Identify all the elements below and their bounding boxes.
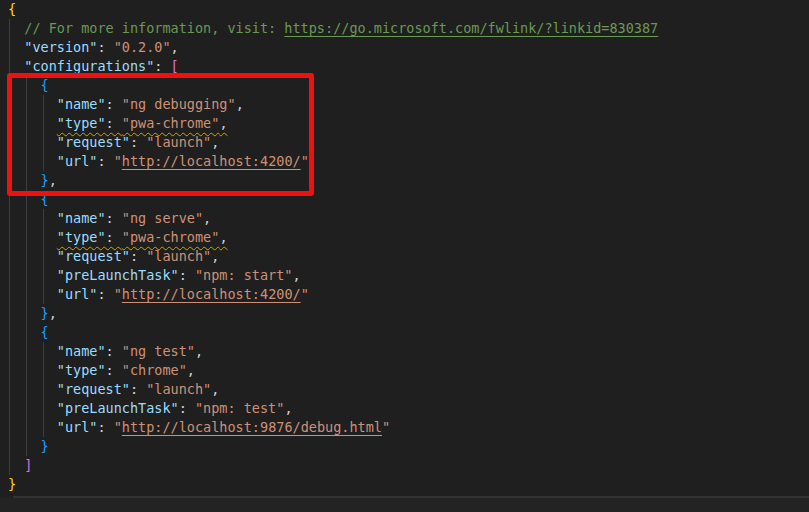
code-token [8, 267, 57, 283]
code-line[interactable]: "preLaunchTask": "npm: test", [8, 399, 809, 418]
code-token: "type" [57, 229, 106, 245]
code-line[interactable]: "url": "http://localhost:9876/debug.html… [8, 418, 809, 437]
code-token: { [41, 191, 49, 207]
code-line[interactable]: "request": "launch", [8, 380, 809, 399]
code-line[interactable]: "version": "0.2.0", [8, 38, 809, 57]
link-text[interactable]: http://localhost:4200/ [122, 153, 301, 169]
code-line[interactable]: } [8, 475, 809, 494]
code-line[interactable]: ] [8, 456, 809, 475]
warning-squiggle: "type": "pwa-chrome", [57, 115, 228, 131]
code-token: " [114, 286, 122, 302]
code-line[interactable]: { [8, 76, 809, 95]
code-token: "launch" [146, 134, 211, 150]
code-token: "type" [57, 362, 106, 378]
code-token [8, 39, 24, 55]
code-token: "request" [57, 381, 130, 397]
code-line[interactable]: "name": "ng test", [8, 342, 809, 361]
code-token: , [236, 96, 244, 112]
code-line[interactable]: "configurations": [ [8, 57, 809, 76]
code-lines[interactable]: { // For more information, visit: https:… [0, 0, 809, 494]
link-text[interactable]: https://go.microsoft.com/fwlink/?linkid=… [284, 20, 658, 36]
code-token: , [219, 115, 227, 131]
code-line[interactable]: } [8, 437, 809, 456]
code-token: "preLaunchTask" [57, 267, 179, 283]
code-token: , [49, 172, 57, 188]
code-token: : [179, 267, 195, 283]
code-token: : [106, 362, 122, 378]
code-line[interactable]: "type": "pwa-chrome", [8, 228, 809, 247]
code-token [8, 438, 41, 454]
code-token [8, 362, 57, 378]
code-line[interactable]: "url": "http://localhost:4200/" [8, 285, 809, 304]
code-token: : [97, 286, 113, 302]
code-token: "npm: test" [195, 400, 284, 416]
code-token: "preLaunchTask" [57, 400, 179, 416]
code-token: { [41, 324, 49, 340]
code-line[interactable]: { [8, 0, 809, 19]
code-token: "pwa-chrome" [122, 115, 220, 131]
code-token: { [8, 1, 16, 17]
code-token [8, 210, 57, 226]
code-token [8, 134, 57, 150]
code-token [8, 153, 57, 169]
code-line[interactable]: "type": "chrome", [8, 361, 809, 380]
code-token: , [211, 381, 219, 397]
code-token: [ [171, 58, 179, 74]
code-token [8, 77, 41, 93]
code-token: ] [24, 457, 32, 473]
code-token: : [106, 229, 122, 245]
code-token: } [8, 476, 16, 492]
code-token: "ng serve" [122, 210, 203, 226]
code-token: , [171, 39, 179, 55]
code-token: "name" [57, 96, 106, 112]
code-token: } [41, 305, 49, 321]
code-token: : [106, 115, 122, 131]
code-line[interactable]: "name": "ng debugging", [8, 95, 809, 114]
code-token [8, 115, 57, 131]
code-token: "url" [57, 419, 98, 435]
code-token: "npm: start" [195, 267, 293, 283]
bottom-panel [0, 498, 809, 512]
code-line[interactable]: }, [8, 171, 809, 190]
code-token: : [154, 58, 170, 74]
code-token: , [203, 210, 211, 226]
code-token: : [130, 381, 146, 397]
code-token: "launch" [146, 248, 211, 264]
code-token: "request" [57, 134, 130, 150]
code-line[interactable]: { [8, 323, 809, 342]
code-line[interactable]: // For more information, visit: https://… [8, 19, 809, 38]
code-token: : [106, 343, 122, 359]
code-token: : [97, 39, 113, 55]
code-token: "type" [57, 115, 106, 131]
code-token: "pwa-chrome" [122, 229, 220, 245]
warning-squiggle: "type": "pwa-chrome", [57, 229, 228, 245]
code-token: : [97, 419, 113, 435]
code-line[interactable]: "type": "pwa-chrome", [8, 114, 809, 133]
code-token [8, 20, 24, 36]
code-token: "ng debugging" [122, 96, 236, 112]
code-token: , [293, 267, 301, 283]
code-token: : [179, 400, 195, 416]
code-token: "url" [57, 286, 98, 302]
code-token: // For more information, visit: [24, 20, 284, 36]
code-token [8, 324, 41, 340]
code-token: " [114, 153, 122, 169]
link-text[interactable]: http://localhost:9876/debug.html [122, 419, 382, 435]
code-line[interactable]: }, [8, 304, 809, 323]
code-line[interactable]: "preLaunchTask": "npm: start", [8, 266, 809, 285]
code-token: "version" [24, 39, 97, 55]
code-line[interactable]: "request": "launch", [8, 247, 809, 266]
code-token [8, 229, 57, 245]
code-line[interactable]: { [8, 190, 809, 209]
code-token [8, 191, 41, 207]
code-line[interactable]: "request": "launch", [8, 133, 809, 152]
code-token: , [284, 400, 292, 416]
panel-divider[interactable] [13, 496, 809, 498]
link-text[interactable]: http://localhost:4200/ [122, 286, 301, 302]
code-token [8, 381, 57, 397]
code-token [8, 96, 57, 112]
code-token [8, 400, 57, 416]
code-line[interactable]: "name": "ng serve", [8, 209, 809, 228]
code-token: , [187, 362, 195, 378]
code-line[interactable]: "url": "http://localhost:4200/" [8, 152, 809, 171]
